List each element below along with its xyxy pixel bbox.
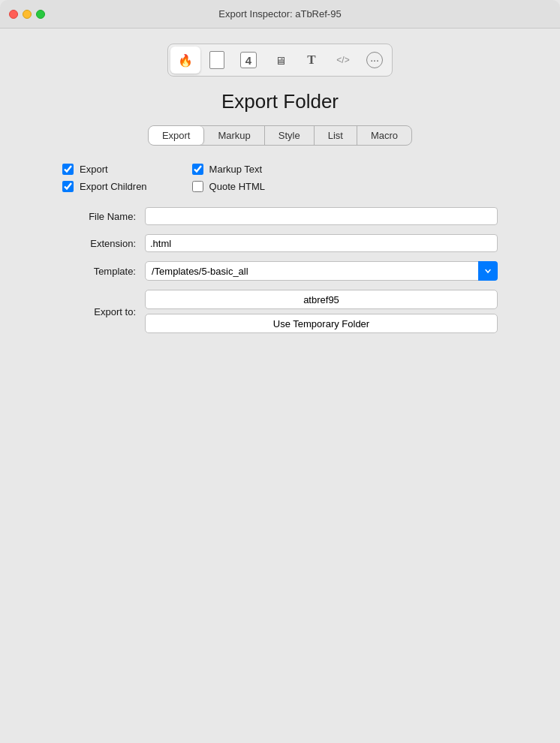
toolbar: 🔥 4 🖥 T </> ···: [167, 44, 393, 77]
checkboxes-row: Export Export Children Markup Text Quote…: [62, 164, 498, 192]
page-title: Export Folder: [221, 90, 339, 113]
text-icon: T: [307, 53, 315, 68]
tab-style[interactable]: Style: [265, 126, 315, 145]
flame-icon: 🔥: [178, 53, 193, 68]
toolbar-btn-more[interactable]: ···: [360, 47, 390, 74]
tab-export[interactable]: Export: [149, 126, 205, 145]
maximize-button[interactable]: [36, 10, 45, 19]
template-select-wrapper: /Templates/5-basic_all: [145, 261, 498, 281]
toolbar-btn-code[interactable]: </>: [328, 47, 358, 74]
toolbar-btn-text[interactable]: T: [297, 47, 327, 74]
quote-html-checkbox[interactable]: [192, 181, 203, 192]
code-icon: </>: [336, 55, 349, 65]
markup-text-checkbox[interactable]: [192, 164, 203, 175]
monitor-icon: 🖥: [275, 54, 286, 67]
file-name-label: File Name:: [62, 211, 145, 222]
markup-text-checkbox-text: Markup Text: [209, 164, 263, 175]
use-temporary-folder-button[interactable]: Use Temporary Folder: [145, 314, 498, 333]
title-bar: Export Inspector: aTbRef-95: [0, 0, 560, 29]
export-children-checkbox-label[interactable]: Export Children: [62, 181, 147, 192]
tabs-container: Export Markup Style List Macro: [148, 125, 412, 146]
form-area: Export Export Children Markup Text Quote…: [62, 164, 498, 342]
export-to-field: Export to: atbref95 Use Temporary Folder: [62, 290, 498, 333]
file-name-field: File Name:: [62, 207, 498, 225]
markup-text-checkbox-label[interactable]: Markup Text: [192, 164, 265, 175]
close-button[interactable]: [9, 10, 18, 19]
extension-label: Extension:: [62, 238, 145, 249]
minimize-button[interactable]: [23, 10, 32, 19]
toolbar-btn-flame[interactable]: 🔥: [170, 47, 200, 74]
extension-field: Extension:: [62, 234, 498, 252]
toolbar-btn-page[interactable]: [202, 47, 232, 74]
export-checkbox-label[interactable]: Export: [62, 164, 147, 175]
export-children-checkbox[interactable]: [62, 181, 74, 192]
toolbar-btn-number[interactable]: 4: [233, 47, 263, 74]
export-to-button[interactable]: atbref95: [145, 290, 498, 309]
toolbar-btn-monitor[interactable]: 🖥: [265, 47, 295, 74]
file-name-input[interactable]: [145, 207, 498, 225]
right-checkboxes: Markup Text Quote HTML: [192, 164, 265, 192]
quote-html-checkbox-label[interactable]: Quote HTML: [192, 181, 265, 192]
export-children-checkbox-text: Export Children: [80, 181, 147, 192]
left-checkboxes: Export Export Children: [62, 164, 147, 192]
tab-macro[interactable]: Macro: [357, 126, 411, 145]
export-to-label: Export to:: [62, 306, 145, 317]
quote-html-checkbox-text: Quote HTML: [209, 181, 265, 192]
more-icon: ···: [366, 52, 383, 68]
number-icon: 4: [240, 52, 257, 68]
extension-input[interactable]: [145, 234, 498, 252]
template-label: Template:: [62, 266, 145, 277]
page-icon: [209, 51, 224, 69]
template-field: Template: /Templates/5-basic_all: [62, 261, 498, 281]
traffic-lights: [9, 10, 45, 19]
tab-markup[interactable]: Markup: [204, 126, 264, 145]
export-checkbox[interactable]: [62, 164, 74, 175]
export-checkbox-text: Export: [80, 164, 108, 175]
tab-list[interactable]: List: [315, 126, 357, 145]
export-to-controls: atbref95 Use Temporary Folder: [145, 290, 498, 333]
template-select[interactable]: /Templates/5-basic_all: [145, 261, 498, 281]
window-title: Export Inspector: aTbRef-95: [218, 8, 341, 20]
main-content: 🔥 4 🖥 T </> ··· Export Folder Export Mar…: [0, 29, 560, 743]
